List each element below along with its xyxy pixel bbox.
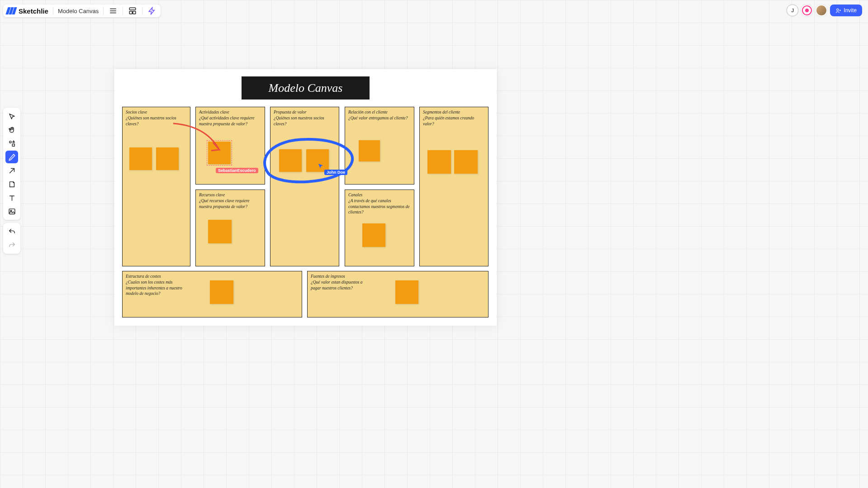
redo-button[interactable] xyxy=(5,239,18,251)
user-cluster: J Invite xyxy=(787,5,862,16)
undo-button[interactable] xyxy=(5,225,18,238)
pen-tool[interactable] xyxy=(5,151,18,163)
sticky-note[interactable] xyxy=(210,280,233,304)
svg-rect-3 xyxy=(129,8,136,10)
avatar-self[interactable]: J xyxy=(787,5,798,16)
sticky-note[interactable] xyxy=(208,220,232,243)
side-toolbar xyxy=(3,108,20,254)
card-question: ¿Para quién estamos creando valor? xyxy=(423,115,485,127)
sticky-note[interactable] xyxy=(427,150,451,174)
cursor-icon xyxy=(318,163,324,169)
card-segmentos[interactable]: Segmentos del cliente ¿Para quién estamo… xyxy=(419,107,489,266)
card-question: ¿A través de qué canales contactamos nue… xyxy=(348,198,411,215)
sticky-note[interactable] xyxy=(359,140,380,161)
document-name[interactable]: Modelo Canvas xyxy=(58,8,99,14)
card-heading: Segmentos del cliente xyxy=(423,109,485,115)
svg-point-9 xyxy=(9,141,11,142)
card-question: ¿Qué valor entregamos al cliente? xyxy=(348,115,411,121)
toolgroup-main xyxy=(3,108,20,220)
app-logo[interactable]: Sketchlie xyxy=(7,7,48,15)
sticky-note[interactable] xyxy=(279,149,302,172)
select-tool[interactable] xyxy=(5,110,18,123)
divider xyxy=(123,7,123,15)
divider xyxy=(142,7,142,15)
svg-point-6 xyxy=(837,9,839,10)
divider xyxy=(103,7,104,15)
card-question: ¿Qué recursos clave requiere nuestra pro… xyxy=(199,198,261,210)
invite-label: Invite xyxy=(844,7,857,14)
card-heading: Estructura de costes xyxy=(126,274,299,280)
top-toolbar: Sketchlie Modelo Canvas xyxy=(3,5,161,17)
sticky-note[interactable] xyxy=(362,223,385,247)
sticky-note-selected[interactable] xyxy=(208,142,231,164)
sticky-note[interactable] xyxy=(395,280,418,304)
cursor-label-sebastian: SebastianEscudero xyxy=(216,168,258,173)
menu-icon[interactable] xyxy=(108,6,118,16)
card-question: ¿Qué valor estan dispuestos a pagar nues… xyxy=(311,280,370,291)
divider xyxy=(53,7,53,15)
avatar-user-3[interactable] xyxy=(816,5,827,16)
image-tool[interactable] xyxy=(5,205,18,218)
logo-mark-icon xyxy=(7,7,16,14)
arrow-tool[interactable] xyxy=(5,164,18,177)
app-name: Sketchlie xyxy=(19,7,48,15)
card-propuesta[interactable]: Propuesta de valor ¿Quiénes son nuestros… xyxy=(270,107,339,266)
card-question: ¿Quiénes son nuestros socios claves? xyxy=(274,115,336,127)
svg-line-11 xyxy=(9,168,14,173)
card-heading: Relación con el cliente xyxy=(348,109,411,115)
note-tool[interactable] xyxy=(5,178,18,190)
cursor-label-john: John Doe xyxy=(324,170,347,175)
canvas-title[interactable]: Modelo Canvas xyxy=(242,76,370,99)
card-heading: Recursos clave xyxy=(199,192,261,198)
card-heading: Socios clave xyxy=(126,109,187,115)
card-question: ¿Cuales son los costes más importantes i… xyxy=(126,280,185,297)
invite-button[interactable]: Invite xyxy=(830,5,862,16)
shapes-tool[interactable] xyxy=(5,137,18,150)
svg-rect-14 xyxy=(9,208,15,213)
toolgroup-history xyxy=(3,223,20,254)
card-heading: Propuesta de valor xyxy=(274,109,336,115)
svg-rect-10 xyxy=(12,144,14,146)
card-heading: Actividades clave xyxy=(199,109,261,115)
sticky-note[interactable] xyxy=(156,147,179,170)
card-socios[interactable]: Socios clave ¿Quiénes son nuestros socio… xyxy=(122,107,190,266)
card-heading: Canales xyxy=(348,192,411,198)
card-heading: Fuentes de ingresos xyxy=(311,274,485,280)
sticky-note[interactable] xyxy=(129,147,152,170)
sticky-note[interactable] xyxy=(454,150,478,174)
whiteboard-canvas[interactable]: Modelo Canvas Socios clave ¿Quiénes son … xyxy=(114,69,497,326)
layout-icon[interactable] xyxy=(128,6,138,16)
card-question: ¿Qué actividades clave requiere nuestra … xyxy=(199,115,261,127)
card-question: ¿Quiénes son nuestros socios claves? xyxy=(126,115,187,127)
svg-rect-4 xyxy=(129,11,132,14)
svg-rect-5 xyxy=(133,11,136,14)
bolt-icon[interactable] xyxy=(147,6,157,16)
hand-tool[interactable] xyxy=(5,123,18,136)
avatar-user-2[interactable] xyxy=(801,5,813,16)
text-tool[interactable] xyxy=(5,191,18,204)
